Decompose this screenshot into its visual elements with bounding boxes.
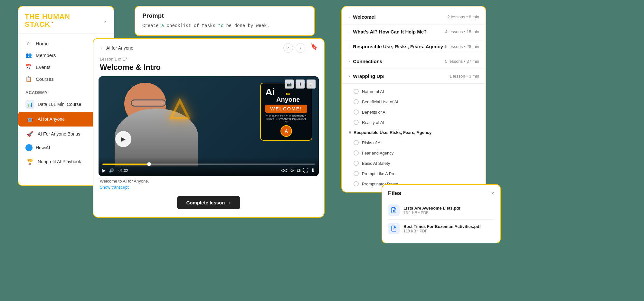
video-controls: ▶ 🔊 -01:02 CC ⚙ ⧉ ⛶ ⬇ [99,157,319,176]
video-expand-icon[interactable]: ⤢ [307,80,316,89]
lesson-radio-basic-safety [354,161,359,166]
lesson-item-reality[interactable]: Reality of AI [342,117,486,127]
outline-section-whatsai[interactable]: › What's AI? How Can It Help Me? 4 lesso… [342,24,486,39]
logo-tm: ™ [50,21,54,25]
lesson-item-prompt-pro[interactable]: Prompt Like A Pro [342,168,486,179]
members-icon: 👥 [25,52,32,58]
play-icon[interactable]: ▶ [102,168,106,173]
bookmark-icon[interactable]: 🔖 [310,43,317,53]
video-camera-icon[interactable]: 📷 [285,80,294,89]
lesson-radio-reality [354,120,359,125]
lesson-meta: Lesson 1 of 17 [93,53,324,63]
lesson-header: ← AI for Anyone ‹ › 🔖 [93,39,324,53]
download-video-icon[interactable]: ⬇ [311,167,315,174]
progress-bar[interactable] [102,164,315,165]
outline-meta-whatsai: 4 lessons • 15 min [445,29,479,34]
video-caption: Welcome to AI for Anyone. [93,176,324,184]
outline-meta-wrapping: 1 lesson • 3 min [450,74,479,79]
back-arrow-icon: ← [100,45,104,51]
settings-icon[interactable]: ⚙ [290,167,294,174]
neon-symbol: △ [169,92,189,122]
lesson-item-basic-safety[interactable]: Basic AI Safety [342,158,486,168]
show-transcript-link[interactable]: Show transcript [93,184,324,193]
file-info-1: Best Times For Bozeman Activities.pdf 11… [403,224,494,233]
file-meta-1: 118 KB • PDF [403,229,494,233]
files-panel: Files × Lists Are Awesome Lists.pdf 76.1… [382,184,501,243]
academy-label-nonprofit: Nonprofit AI Playbook [38,159,81,164]
captions-icon[interactable]: CC [281,168,287,173]
badge-ai-line: Ai for Anyone [265,87,307,103]
video-player[interactable]: △ Ai for Anyone WELCOME! THE CURE FOR TH… [99,76,319,176]
badge-tagline-text: THE CURE FOR THE COMMON "I DON'T KNOW AN… [265,115,307,123]
lesson-item-nature-ai[interactable]: Nature of AI [342,86,486,97]
logo-text: THE HUMAN STACK™ [25,13,70,28]
outline-section-welcome[interactable]: › Welcome! 2 lessons • 8 min [342,10,486,24]
outline-section-connections[interactable]: › Connections 5 lessons • 37 min [342,54,486,69]
pip-icon[interactable]: ⧉ [297,168,300,174]
progress-dot [147,162,151,166]
sidebar-logo-area: THE HUMAN STACK™ ⌄ [18,13,114,34]
nonprofit-icon: 🏆 [25,157,34,166]
chevron-right-icon-wrapping: › [348,74,350,79]
academy-label-howiai: HowiAI [36,145,50,150]
chevron-right-icon-connections: › [348,59,350,64]
file-pdf-icon-0 [388,204,400,216]
file-item-1[interactable]: Best Times For Bozeman Activities.pdf 11… [388,220,494,238]
prompt-box: Prompt Create a checklist of tasks to be… [135,6,315,36]
lesson-label-prompt-pro: Prompt Like A Pro [362,171,395,176]
video-glasses [131,99,166,107]
outline-title-whatsai: What's AI? How Can It Help Me? [353,29,427,34]
nav-label-home: Home [36,41,49,46]
events-icon: 📅 [25,64,32,70]
outline-section-left-wrapping: › Wrapping Up! [348,73,384,79]
outline-title-connections: Connections [353,59,382,64]
chevron-right-icon-welcome: › [348,14,350,19]
lesson-back-label: AI for Anyone [106,45,133,51]
video-person-area [111,83,214,166]
lesson-item-benefits[interactable]: Benefits of AI [342,107,486,117]
complete-lesson-button[interactable]: Complete lesson → [177,196,240,209]
file-name-0: Lists Are Awesome Lists.pdf [403,206,494,211]
lesson-item-risks[interactable]: Risks of AI [342,137,486,148]
controls-right: CC ⚙ ⧉ ⛶ ⬇ [281,167,315,174]
lesson-prev-button[interactable]: ‹ [283,43,293,53]
video-background: △ Ai for Anyone WELCOME! THE CURE FOR TH… [99,76,319,176]
files-close-button[interactable]: × [491,191,494,196]
lesson-radio-nature-ai [354,89,359,94]
fullscreen-icon[interactable]: ⛶ [303,168,308,174]
lesson-radio-risks [354,140,359,145]
lesson-panel: ← AI for Anyone ‹ › 🔖 Lesson 1 of 17 Wel… [93,38,325,218]
lesson-next-button[interactable]: › [296,43,305,53]
prompt-keyword-a: a [161,23,164,28]
video-download-icon[interactable]: ⬇ [296,80,305,89]
prompt-title: Prompt [142,12,307,19]
lesson-item-beneficial[interactable]: Beneficial Use of AI [342,97,486,107]
lesson-label-beneficial: Beneficial Use of AI [362,99,398,104]
data101-icon: 📊 [25,100,34,109]
lesson-back-button[interactable]: ← AI for Anyone [100,45,133,51]
section-inline-title-connections: Connections [354,192,379,193]
howiai-icon [25,144,33,151]
outline-section-left-responsible: › Responsible Use, Risks, Fears, Agency [348,44,443,49]
video-badge: Ai for Anyone WELCOME! THE CURE FOR THE … [260,83,312,141]
academy-label-data101: Data 101 Mini Course [38,102,81,107]
lesson-label-fear: Fear and Agency [362,151,393,155]
academy-label-bonus: AI For Anyone Bonus [38,131,80,136]
outline-section-wrapping[interactable]: › Wrapping Up! 1 lesson • 3 min [342,69,486,84]
outline-section-responsible[interactable]: › Responsible Use, Risks, Fears, Agency … [342,39,486,54]
section-header-responsible[interactable]: ∨ Responsible Use, Risks, Fears, Agency [342,127,486,137]
lesson-header-icons: ‹ › 🔖 [283,43,317,53]
file-item-0[interactable]: Lists Are Awesome Lists.pdf 76.1 KB • PD… [388,201,494,220]
lesson-item-fear[interactable]: Fear and Agency [342,148,486,158]
file-pdf-icon-1 [388,223,400,234]
badge-logo-circle: A [280,125,292,137]
lesson-label-benefits: Benefits of AI [362,110,387,115]
outline-panel: › Welcome! 2 lessons • 8 min › What's AI… [341,6,486,193]
sidebar-chevron-icon[interactable]: ⌄ [102,17,107,24]
video-top-icons: 📷 ⬇ ⤢ [285,80,316,89]
play-button[interactable]: ▶ [115,131,131,147]
chevron-down-responsible: ∨ [348,130,352,135]
lesson-radio-prompt-pro [354,171,359,176]
aianyone-icon: 🤖 [25,115,34,124]
volume-icon[interactable]: 🔊 [109,168,114,173]
